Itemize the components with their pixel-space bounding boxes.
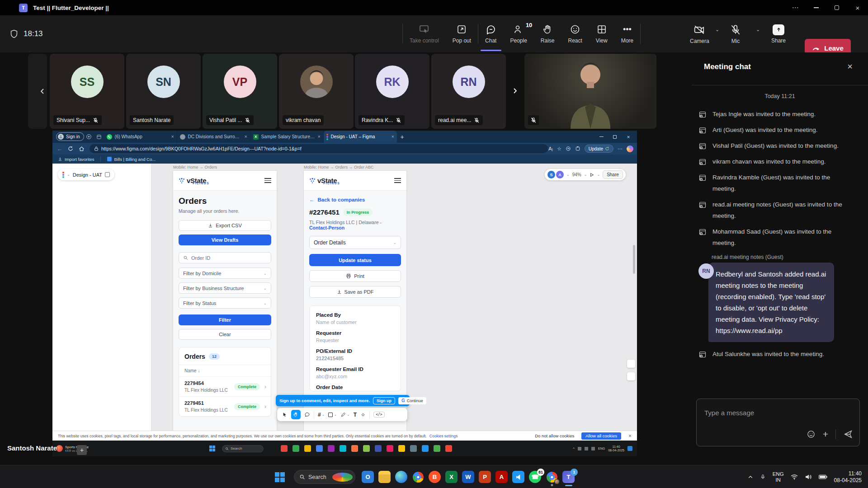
collaborator-avatar[interactable]: S — [547, 171, 555, 178]
participant-tile[interactable]: vikram chavan — [279, 54, 354, 129]
filter-status-select[interactable]: Filter by Status⌄ — [179, 297, 271, 309]
name-column-header[interactable]: Name ↓ — [179, 365, 271, 377]
pop-out-button[interactable]: Pop out — [446, 15, 478, 52]
chevron-down-icon[interactable]: ⌄ — [584, 173, 587, 177]
back-icon[interactable]: ← — [54, 145, 65, 152]
close-button[interactable]: × — [847, 0, 868, 15]
cookie-settings-link[interactable]: Cookies settings — [429, 434, 458, 438]
window-more-icon[interactable]: ⋯ — [785, 0, 806, 15]
address-bar[interactable]: https://www.figma.com/design/9BKQ0FOHRWa… — [90, 144, 548, 153]
close-tab-icon[interactable]: × — [245, 134, 247, 139]
browser-tab-whatsapp[interactable]: (6) WhatsApp× — [104, 131, 177, 143]
taskbar-word-icon[interactable]: W — [462, 471, 474, 483]
wifi-icon[interactable] — [791, 474, 798, 480]
collaborator-avatar[interactable]: A — [556, 171, 564, 178]
print-button[interactable]: Print — [309, 270, 401, 282]
browser-signin-button[interactable]: Sign in — [56, 132, 84, 141]
close-tab-icon[interactable]: × — [171, 134, 174, 139]
close-tab-icon[interactable]: × — [318, 134, 321, 139]
shared-start-button[interactable] — [209, 446, 215, 451]
chat-message[interactable]: RN Redberyl and Santosh added read.ai me… — [698, 263, 861, 342]
browser-close-button[interactable]: × — [622, 131, 635, 143]
shared-system-tray[interactable]: ^ ENG 11:4008-04-2025 — [573, 445, 632, 452]
taskbar-outlook-icon[interactable]: O — [362, 471, 374, 483]
start-button[interactable] — [275, 472, 285, 482]
view-button[interactable]: View — [589, 15, 614, 52]
participant-tile[interactable]: RK Ravindra K... — [355, 54, 429, 129]
spotlight-participant-tile[interactable] — [524, 54, 656, 129]
canvas-floating-button[interactable] — [627, 372, 635, 380]
taskbar-edge-icon[interactable] — [395, 471, 407, 483]
people-button[interactable]: 10 People — [503, 15, 533, 52]
taskbar-search-box[interactable]: Search — [294, 470, 355, 484]
browser-essentials-icon[interactable] — [566, 146, 571, 151]
allow-cookies-button[interactable]: Allow all cookies — [581, 432, 621, 440]
save-as-pdf-button[interactable]: Save as PDF — [309, 286, 401, 298]
figma-doc-pill[interactable]: ⌄ Design - UAT — [58, 169, 114, 180]
browser-tab-dc-divisions[interactable]: DC Divisions and Surroundings× — [177, 131, 250, 143]
export-csv-button[interactable]: Export CSV — [179, 220, 271, 231]
shared-taskbar-icons[interactable] — [281, 445, 452, 452]
chevron-down-icon[interactable]: ⌄ — [67, 173, 70, 177]
participants-scroll-right[interactable] — [509, 85, 521, 97]
share-zoom-add-button[interactable]: + — [77, 445, 87, 455]
back-to-companies-link[interactable]: ← Back to companies — [309, 197, 401, 202]
present-icon[interactable] — [590, 173, 594, 177]
zoom-level[interactable]: 94% — [572, 172, 581, 177]
browser-tab-figma-active[interactable]: Design - UAT – Figma× — [324, 131, 397, 143]
frame-label[interactable]: Mobile: Home → Orders → Order ABC — [304, 165, 406, 169]
pen-tool-icon[interactable]: ⌄ — [340, 412, 350, 418]
more-button[interactable]: ••• More — [614, 15, 640, 52]
tab-actions-icon[interactable] — [94, 134, 104, 140]
tray-mic-icon[interactable] — [760, 474, 766, 480]
taskbar-powerpoint-icon[interactable]: P — [479, 471, 491, 483]
order-row[interactable]: 2279451TL Flex Holdings LLC Complete › — [179, 397, 271, 416]
hamburger-menu-icon[interactable] — [394, 178, 401, 183]
take-control-button[interactable]: Take control — [403, 15, 446, 52]
browser-tab-salary-sheet[interactable]: X Sample Salary Structure with calc× — [250, 131, 324, 143]
taskbar-brave-icon[interactable]: B — [429, 471, 441, 483]
raise-hand-button[interactable]: Raise — [534, 15, 561, 52]
participant-tile[interactable]: RN read.ai mee... — [431, 54, 506, 129]
send-icon[interactable] — [843, 429, 853, 439]
order-row[interactable]: 2279454TL Flex Holdings LLC Complete › — [179, 377, 271, 397]
chevron-down-icon[interactable]: ⌄ — [597, 173, 600, 177]
language-indicator[interactable]: ENGIN — [773, 471, 784, 483]
browser-update-button[interactable]: Update — [585, 145, 613, 153]
canvas-scrollbar[interactable] — [633, 245, 635, 274]
cursor-tool-icon[interactable] — [282, 412, 288, 418]
participant-tile[interactable]: VP Vishal Patil ... — [203, 54, 277, 129]
signup-button[interactable]: Sign up — [373, 397, 395, 404]
order-id-search-input[interactable]: Order ID — [179, 252, 271, 263]
maximize-button[interactable] — [826, 0, 847, 15]
clock[interactable]: 11:4008-04-2025 — [834, 470, 862, 484]
camera-options-chevron[interactable]: ⌄ — [715, 15, 719, 52]
taskbar-chrome-profile-icon[interactable] — [546, 471, 558, 483]
minimize-button[interactable] — [806, 0, 826, 15]
chat-message-input[interactable]: Type a message + — [696, 399, 860, 446]
filter-domicile-select[interactable]: Filter by Domicile⌄ — [179, 267, 271, 279]
view-drafts-button[interactable]: View Drafts — [179, 235, 271, 245]
taskbar-acrobat-icon[interactable]: A — [495, 471, 508, 483]
contact-person-link[interactable]: Contact-Person — [309, 225, 344, 230]
dev-mode-icon[interactable]: </> — [373, 412, 384, 418]
frame-label[interactable]: Mobile: Home → Orders — [173, 165, 277, 169]
canvas-floating-button[interactable] — [627, 360, 635, 368]
shared-search-box[interactable]: Search — [222, 445, 264, 452]
clear-button[interactable]: Clear — [179, 329, 271, 340]
deny-cookies-link[interactable]: Do not allow cookies — [535, 433, 574, 438]
order-details-select[interactable]: Order Details⌄ — [309, 236, 401, 249]
home-icon[interactable] — [76, 146, 87, 152]
taskbar-chrome-icon[interactable] — [412, 471, 424, 483]
chat-button[interactable]: Chat — [478, 15, 503, 52]
battery-icon[interactable] — [819, 474, 827, 479]
new-tab-button[interactable]: + — [401, 133, 404, 141]
hamburger-menu-icon[interactable] — [264, 178, 271, 183]
browser-minimize-button[interactable] — [594, 131, 608, 143]
taskbar-teams-icon[interactable]: T 1 — [562, 471, 575, 483]
import-favorites-button[interactable]: Import favorites — [58, 157, 94, 162]
volume-icon[interactable] — [805, 474, 812, 480]
comment-tool-icon[interactable] — [304, 412, 310, 418]
emoji-icon[interactable] — [807, 430, 816, 439]
hand-tool-icon-selected[interactable] — [291, 410, 301, 419]
